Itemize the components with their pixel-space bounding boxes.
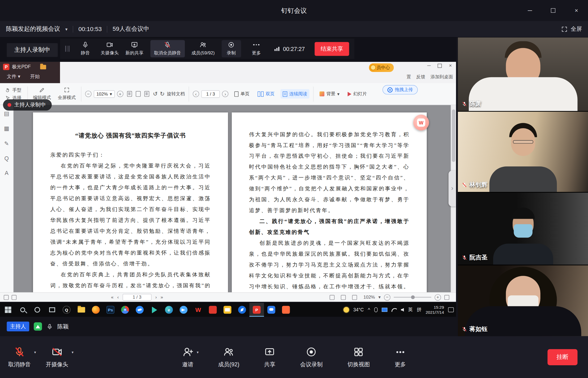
background-button[interactable]: 背景▾: [317, 89, 342, 98]
rotate-left-button[interactable]: ↺: [153, 91, 158, 97]
edit-mode-button[interactable]: 编辑模式: [32, 87, 53, 101]
pdf-close-button[interactable]: ×: [447, 63, 454, 68]
volume-icon[interactable]: [401, 308, 404, 312]
zoom-out-button[interactable]: −: [85, 91, 92, 97]
menu-start[interactable]: 开始: [30, 73, 40, 80]
end-share-button[interactable]: 结束共享: [315, 42, 349, 55]
drag-upload-button[interactable]: 拖拽上传: [382, 85, 418, 94]
taskbar-app-dingtalk[interactable]: [132, 303, 147, 317]
prev-page-button[interactable]: ‹: [117, 295, 119, 300]
more-button[interactable]: 更多: [248, 40, 265, 57]
taskbar-search[interactable]: [15, 303, 30, 317]
slideshow-button[interactable]: 幻灯片: [346, 89, 369, 98]
taskbar-app-red[interactable]: [206, 303, 220, 317]
feedback-link[interactable]: 反馈: [416, 74, 425, 80]
page-indicator[interactable]: 1 / 3: [201, 90, 220, 98]
sidebar-collapse-handle[interactable]: ›: [449, 170, 456, 207]
switch-view-button[interactable]: 切换视图: [347, 346, 370, 368]
start-button[interactable]: [1, 303, 15, 317]
grid-view-icon[interactable]: ▦: [4, 125, 9, 132]
zoom-level[interactable]: 102%: [364, 295, 375, 300]
ime-indicator[interactable]: 拼: [417, 307, 422, 313]
camera-off-button[interactable]: 关摄像头: [101, 40, 119, 57]
mute-button[interactable]: 静音: [77, 40, 94, 57]
fit-height-button[interactable]: [144, 91, 149, 97]
layout-icon[interactable]: [444, 295, 449, 300]
record-button[interactable]: 录制: [221, 40, 241, 57]
video-tile[interactable]: 陈萧: [458, 37, 588, 111]
floating-assistant-button[interactable]: W: [413, 115, 429, 130]
hangup-button[interactable]: 挂断: [548, 349, 578, 365]
single-page-button[interactable]: 单页: [232, 89, 252, 98]
zoom-slider-thumb[interactable]: [411, 295, 415, 299]
document-canvas[interactable]: “请党放心 强国有我”致四实学子倡议书 亲爱的四实学子们： 在党的百年华诞之际，…: [14, 105, 451, 292]
fit-page-button[interactable]: [127, 91, 132, 97]
thumbnail-toggle-icon[interactable]: [4, 295, 8, 300]
members-button[interactable]: 成员(92): [218, 346, 239, 368]
taskbar-app-explorer[interactable]: [74, 303, 88, 317]
next-page-button[interactable]: ›: [155, 295, 157, 300]
minimize-button[interactable]: ─: [518, 0, 542, 21]
bookmark-toggle-icon[interactable]: [12, 295, 16, 300]
invite-button[interactable]: ▾ 邀请: [182, 346, 193, 368]
meeting-title[interactable]: 陈颖发起的视频会议: [6, 25, 60, 33]
scrollbar-thumb[interactable]: [452, 109, 455, 162]
fullscreen-mode-button[interactable]: 全屏模式: [56, 87, 77, 101]
taskbar-app-compass[interactable]: [235, 303, 249, 317]
video-tile[interactable]: 阮吉圣: [458, 193, 588, 265]
tray-expand-caret[interactable]: ^: [368, 307, 370, 312]
notification-center-icon[interactable]: [448, 307, 454, 312]
taskbar-app-wps[interactable]: W: [191, 303, 206, 317]
taskbar-clock[interactable]: 15:29 2021/7/14: [426, 305, 444, 315]
task-view-button[interactable]: [45, 303, 59, 317]
taskbar-app-edge[interactable]: e: [162, 303, 176, 317]
taskbar-app-jiguang-pdf[interactable]: P: [249, 303, 264, 317]
chevron-down-icon[interactable]: ▾: [34, 350, 36, 354]
chevron-down-icon[interactable]: ▾: [65, 27, 68, 32]
weather-temp[interactable]: 34°C: [353, 307, 364, 312]
taskbar-app-chat[interactable]: [264, 303, 279, 317]
fullscreen-button[interactable]: 全屏: [561, 25, 582, 33]
maximize-button[interactable]: [542, 0, 565, 21]
more-button[interactable]: 更多: [395, 346, 406, 368]
zoom-slider[interactable]: [394, 297, 431, 298]
taskbar-app-photoshop[interactable]: Ps: [103, 303, 118, 317]
annotate-icon[interactable]: ✎: [4, 140, 9, 147]
search-icon[interactable]: Q: [4, 155, 8, 162]
add-to-desktop-link[interactable]: 添加到桌面: [431, 74, 453, 80]
chevron-down-icon[interactable]: ▾: [72, 350, 74, 354]
unmute-all-button[interactable]: 取消全员静音: [150, 40, 185, 57]
taskbar-app-store[interactable]: [147, 303, 162, 317]
tray-display-icon[interactable]: [382, 308, 387, 312]
video-tile[interactable]: 林钊辉: [458, 112, 588, 192]
zoom-level-select[interactable]: 102%▾: [94, 90, 115, 98]
meeting-record-button[interactable]: 会议录制: [300, 346, 323, 368]
member-center-badge[interactable]: 员中心: [369, 63, 394, 72]
rotate-right-button[interactable]: ↻: [160, 91, 165, 97]
camera-on-button[interactable]: ▾ 开摄像头: [46, 346, 68, 368]
first-page-button[interactable]: «: [111, 295, 113, 300]
pdf-maximize-button[interactable]: [438, 64, 442, 68]
thumbnails-icon[interactable]: ▤: [4, 110, 9, 117]
pdf-minimize-button[interactable]: ─: [426, 63, 432, 68]
taskbar-app-bird[interactable]: [176, 303, 191, 317]
zoom-in-button[interactable]: +: [435, 294, 441, 300]
fit-width-button[interactable]: [136, 91, 140, 97]
double-page-icon[interactable]: [341, 295, 346, 300]
folder-icon[interactable]: [40, 65, 46, 69]
menu-file[interactable]: 文件 ▾: [7, 73, 20, 80]
hand-tool[interactable]: 手型: [5, 87, 22, 93]
taskbar-app-mail[interactable]: [220, 303, 235, 317]
wifi-icon[interactable]: [391, 308, 397, 312]
continuous-icon[interactable]: [352, 295, 357, 300]
prev-page-button[interactable]: ‹: [193, 91, 199, 97]
single-page-icon[interactable]: [330, 295, 335, 300]
taskbar-app-chrome[interactable]: [118, 303, 132, 317]
language-indicator[interactable]: 英: [408, 307, 413, 313]
last-page-button[interactable]: »: [160, 295, 163, 300]
taskbar-app-media[interactable]: [279, 303, 293, 317]
text-tool-icon[interactable]: A: [5, 170, 8, 176]
page-indicator[interactable]: 1 / 3: [122, 294, 151, 300]
taskbar-app-firefox[interactable]: [88, 303, 103, 317]
settings-link[interactable]: 置: [407, 74, 411, 80]
